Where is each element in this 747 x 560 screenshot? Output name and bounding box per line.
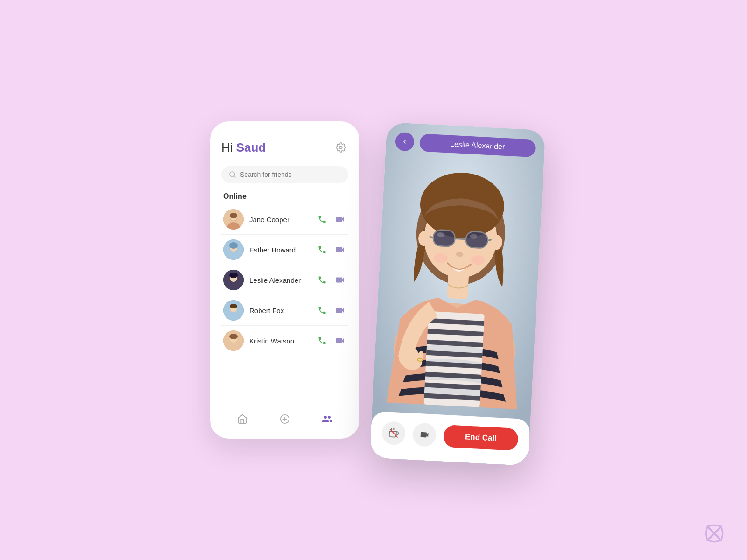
avatar — [223, 239, 244, 260]
contact-item: Kristin Watson — [221, 326, 348, 356]
phone-call-button[interactable] — [316, 243, 329, 256]
phone-header: Hi Saud — [221, 140, 348, 155]
back-button[interactable] — [395, 132, 415, 152]
right-phone: Leslie Alexander — [369, 122, 545, 466]
video-call-button[interactable] — [333, 273, 346, 287]
contact-item: Leslie Alexander — [221, 265, 348, 295]
greeting-text: Hi Saud — [221, 140, 266, 155]
phone-call-button[interactable] — [316, 213, 329, 226]
svg-rect-51 — [433, 230, 455, 246]
phone-call-button[interactable] — [316, 304, 329, 317]
contact-item: Jane Cooper — [221, 204, 348, 235]
contact-item: Esther Howard — [221, 235, 348, 265]
greeting-name: Saud — [236, 140, 266, 154]
contact-name: Kristin Watson — [249, 337, 310, 345]
greeting-prefix: Hi — [221, 140, 236, 154]
end-call-button[interactable]: End Call — [443, 425, 519, 451]
svg-point-7 — [230, 213, 237, 218]
contact-actions — [316, 243, 346, 256]
contact-name: Jane Cooper — [249, 216, 310, 224]
video-call-button[interactable] — [333, 304, 346, 317]
nav-home-button[interactable] — [232, 409, 253, 429]
svg-point-19 — [230, 304, 237, 308]
contacts-list: Jane Cooper — [221, 204, 348, 401]
video-background: Leslie Alexander — [369, 122, 545, 466]
mute-button[interactable] — [381, 421, 406, 446]
avatar — [223, 270, 244, 290]
section-online-label: Online — [221, 192, 348, 201]
nav-add-button[interactable] — [275, 409, 295, 429]
svg-line-2 — [234, 176, 235, 177]
video-controls: End Call — [369, 411, 530, 466]
watermark-icon — [705, 524, 724, 546]
contact-name: Leslie Alexander — [249, 276, 310, 284]
contact-name: Robert Fox — [249, 307, 310, 315]
phone-call-button[interactable] — [316, 273, 329, 287]
contact-actions — [316, 304, 346, 317]
contact-actions — [316, 273, 346, 287]
svg-line-55 — [455, 239, 466, 239]
search-icon — [229, 171, 236, 178]
avatar — [223, 300, 244, 321]
settings-icon[interactable] — [333, 140, 348, 155]
left-phone: Hi Saud Online — [210, 121, 359, 439]
svg-point-11 — [229, 242, 238, 249]
avatar — [223, 330, 244, 351]
contact-name: Esther Howard — [249, 246, 310, 254]
bottom-nav — [221, 401, 348, 429]
video-toggle-button[interactable] — [412, 422, 437, 447]
svg-point-0 — [339, 146, 342, 149]
video-call-button[interactable] — [333, 334, 346, 347]
nav-contacts-button[interactable] — [317, 409, 338, 429]
svg-rect-32 — [424, 311, 485, 407]
contact-actions — [316, 334, 346, 347]
svg-rect-52 — [466, 232, 487, 248]
avatar — [223, 209, 244, 230]
svg-point-15 — [229, 273, 238, 278]
svg-point-23 — [229, 334, 238, 339]
contact-actions — [316, 213, 346, 226]
search-input[interactable] — [240, 171, 341, 178]
phone-call-button[interactable] — [316, 334, 329, 347]
search-bar[interactable] — [221, 166, 348, 183]
video-call-button[interactable] — [333, 213, 346, 226]
contact-item: Robert Fox — [221, 295, 348, 326]
video-call-button[interactable] — [333, 243, 346, 256]
